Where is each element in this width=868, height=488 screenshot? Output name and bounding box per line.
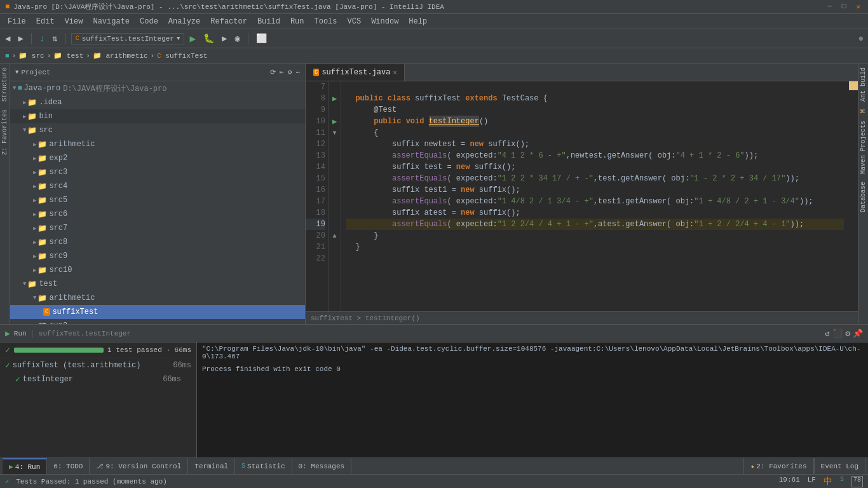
settings-tree-icon[interactable]: ⚙ [288,68,292,76]
toolbar: ◀ ▶ ↓ ⇅ C suffixTest.testInteger ▼ ▶ 🐛 ▶… [0,29,868,48]
bin-folder-icon: 📁 [27,112,37,121]
rerun-button[interactable]: ↺ [825,329,830,339]
structure-tab[interactable]: Structure [1,64,9,105]
code-editor[interactable]: 7 8 9 10 11 12 13 14 15 16 17 18 19 20 2… [306,81,858,311]
breadcrumb-item-src[interactable]: 📁 src [18,51,44,60]
favorites-tab[interactable]: Z: Favorites [1,105,9,159]
coverage-button[interactable]: ▶ [219,32,229,45]
position-info[interactable]: 19:61 [779,476,800,487]
tree-item-src5[interactable]: ▶ 📁 src5 [10,193,305,207]
sort-icon[interactable]: ⇅ [50,32,60,45]
stop-run-button[interactable]: ⬛ [832,329,843,339]
tree-item-exp2-test[interactable]: ▶ 📁 exp2 [10,319,305,324]
run-output[interactable]: "C:\Program Files\Java\jdk-10\bin\java" … [197,342,868,458]
code-content[interactable]: public class suffixTest extends TestCase… [341,81,849,311]
menu-view[interactable]: View [60,14,88,29]
run-button[interactable]: ▶ [187,31,198,46]
tree-item-idea[interactable]: ▶ 📁 .idea [10,95,305,109]
tree-item-project[interactable]: ▼ ■ Java-pro D:\JAVA程序设计\Java-pro [10,81,305,95]
maven-label[interactable]: Maven Projects [859,117,867,178]
fold-icon-11[interactable]: ▼ [332,130,336,137]
run-gutter-icon-10[interactable]: ▶ [332,117,337,126]
gutter-8[interactable]: ▶ [329,93,341,104]
vcs-icon: ⎇ [96,463,104,470]
tree-item-src10[interactable]: ▶ 📁 src10 [10,263,305,277]
ant-build-tab[interactable]: Ant build [859,64,867,105]
database-tab[interactable]: Database [859,178,867,216]
tab-favorites[interactable]: ★ 2: Favorites [743,458,813,475]
menu-code[interactable]: Code [135,14,163,29]
menu-help[interactable]: Help [403,14,432,29]
menu-edit[interactable]: Edit [31,14,60,29]
tab-vcs[interactable]: ⎇ 9: Version Control [90,458,188,475]
back-button[interactable]: ◀ [3,32,13,45]
tree-item-src3[interactable]: ▶ 📁 src3 [10,165,305,179]
tree-item-src8[interactable]: ▶ 📁 src8 [10,235,305,249]
tab-close-button[interactable]: ✕ [393,69,397,76]
sync-icon[interactable]: ⟳ [270,68,276,76]
tree-item-bin[interactable]: ▶ 📁 bin [10,109,305,123]
menu-vcs[interactable]: VCS [342,14,367,29]
breadcrumb-item-arithmetic[interactable]: 📁 arithmetic [93,51,148,60]
code-line-15: assertEquals( expected: "1 2 2 * 34 17 /… [346,173,844,184]
messages-tab-label: 0: Messages [299,463,345,470]
menu-window[interactable]: Window [366,14,403,29]
gutter-12 [329,139,341,150]
tree-item-suffix-test[interactable]: C suffixTest [10,305,305,319]
vcs-tab-label: 9: Version Control [105,463,181,470]
tree-item-src6[interactable]: ▶ 📁 src6 [10,207,305,221]
run-test-suite[interactable]: ✓ suffixTest (test.arithmetic) 66ms [0,358,196,372]
menu-analyze[interactable]: Analyze [163,14,205,29]
download-icon[interactable]: ↓ [37,32,47,45]
run-toolbar: ↺ ⬛ ⚙ 📌 [825,329,863,339]
minimize-button[interactable]: ─ [825,3,834,11]
gutter-10[interactable]: ▶ [329,116,341,127]
tree-item-arithmetic-test[interactable]: ▼ 📁 arithmetic [10,291,305,305]
title-bar: ■ Java-pro [D:\JAVA程序设计\Java-pro] - ...\… [0,0,868,14]
menu-refactor[interactable]: Refactor [205,14,252,29]
fold-icon-20[interactable]: ▲ [332,233,336,240]
breadcrumb-item-file[interactable]: C suffixTest [157,52,207,60]
tree-item-src[interactable]: ▼ 📁 src [10,123,305,137]
tab-todo[interactable]: 6: TODO [47,458,90,475]
settings-run-button[interactable]: ⚙ [845,329,850,339]
tree-arrow-project: ▼ [13,85,16,92]
pin-run-button[interactable]: 📌 [853,329,863,339]
tree-item-src4[interactable]: ▶ 📁 src4 [10,179,305,193]
tree-item-src9[interactable]: ▶ 📁 src9 [10,249,305,263]
run-test-method[interactable]: ✓ testInteger 66ms [0,372,196,386]
tree-item-exp2-src[interactable]: ▶ 📁 exp2 [10,151,305,165]
tab-run[interactable]: ▶ 4: Run [3,458,47,475]
more-icon[interactable]: ⋯ [295,68,300,76]
stop-button[interactable]: ⬜ [254,32,269,45]
profile-button[interactable]: ◉ [232,32,242,45]
close-button[interactable]: ✕ [853,3,863,11]
run-gutter-icon-8[interactable]: ▶ [332,94,337,104]
menu-build[interactable]: Build [252,14,285,29]
gutter-20: ▲ [329,230,341,241]
exp2-src-label: exp2 [49,154,67,163]
menu-tools[interactable]: Tools [309,14,342,29]
menu-navigate[interactable]: Navigate [88,14,135,29]
forward-button[interactable]: ▶ [15,32,25,45]
debug-button[interactable]: 🐛 [201,32,217,45]
maximize-button[interactable]: □ [839,3,849,11]
breadcrumb-item-test[interactable]: 📁 test [53,51,83,60]
breadcrumb-item-project[interactable]: ■ [5,52,10,60]
tab-messages[interactable]: 0: Messages [292,458,352,475]
tab-eventlog[interactable]: Event Log [814,458,865,475]
menu-file[interactable]: File [3,14,31,29]
tab-statistic[interactable]: S Statistic [235,458,292,475]
settings-button[interactable]: ⚙ [856,33,865,44]
collapse-icon[interactable]: ⇤ [280,68,284,76]
tab-suffix-test[interactable]: C suffixTest.java ✕ [306,64,405,81]
maven-projects-tab[interactable]: M [859,105,867,117]
tree-item-arithmetic-src[interactable]: ▶ 📁 arithmetic [10,137,305,151]
sidebar-dropdown-icon[interactable]: ▼ [15,69,18,76]
title-bar-left: ■ Java-pro [D:\JAVA程序设计\Java-pro] - ...\… [5,2,444,11]
menu-run[interactable]: Run [285,14,309,29]
run-config[interactable]: C suffixTest.testInteger ▼ [71,33,185,44]
tab-terminal[interactable]: Terminal [188,458,235,475]
tree-item-test[interactable]: ▼ 📁 test [10,277,305,291]
tree-item-src7[interactable]: ▶ 📁 src7 [10,221,305,235]
